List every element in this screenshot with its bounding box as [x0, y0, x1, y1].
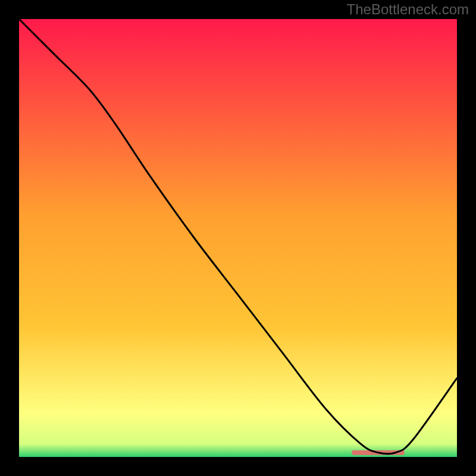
chart-frame: TheBottleneck.com	[0, 0, 476, 476]
watermark-text: TheBottleneck.com	[347, 1, 469, 18]
plot-svg	[19, 19, 457, 457]
plot-area	[19, 19, 457, 457]
